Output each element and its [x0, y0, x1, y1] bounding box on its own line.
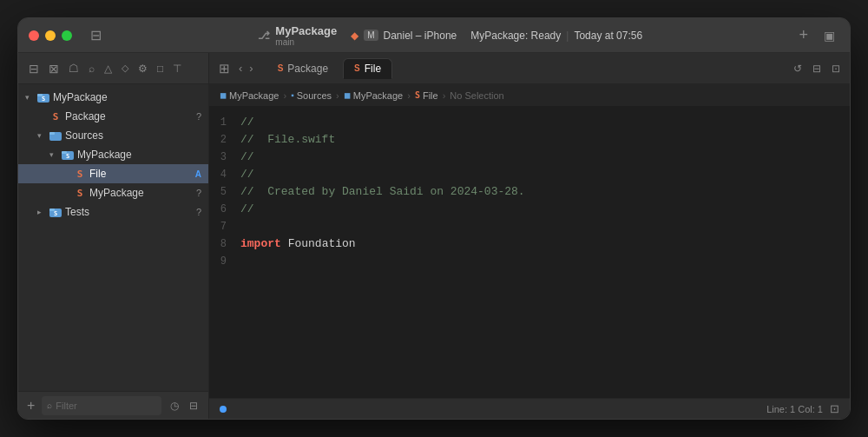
code-content-5: // Created by Daniel Saidi on 2024-03-28… — [240, 183, 525, 201]
tree-item-mypackage-sources[interactable]: ▾ S MyPackage — [18, 145, 208, 164]
tree-item-tests[interactable]: ▸ S Tests ? — [18, 202, 208, 222]
bc-file[interactable]: S File — [415, 90, 438, 101]
tests-folder-icon: S — [49, 205, 62, 219]
split-h-button[interactable]: ⊟ — [810, 61, 824, 76]
inner-swift-icon: S — [73, 186, 87, 200]
sidebar-add-button[interactable]: + — [25, 398, 36, 414]
bc-sources-label: Sources — [297, 90, 332, 101]
line-num-9: 9 — [209, 253, 240, 270]
status-bar: Line: 1 Col: 1 ⊡ — [209, 398, 850, 419]
code-content-2: // File.swift — [240, 131, 335, 149]
back-nav-button[interactable]: ‹ — [236, 60, 245, 76]
svg-rect-4 — [49, 132, 55, 135]
tree-label-mypackage-root: MyPackage — [53, 91, 201, 103]
layout-button[interactable]: ▣ — [819, 26, 839, 45]
main-layout: ⊟ ⊠ ☖ ⌕ △ ◇ ⚙ □ ⊤ ▾ — [18, 53, 850, 419]
bc-mypackage2[interactable]: ◼ MyPackage — [344, 90, 403, 101]
titlebar: ⊟ ⎇ MyPackage main ◆ M Daniel – iPhone M… — [18, 18, 850, 53]
bc-sources-icon: ▪ — [291, 90, 294, 100]
line-num-3: 3 — [209, 149, 240, 166]
tree-item-file[interactable]: S File A — [18, 164, 208, 183]
tree-label-mypackage-inner: MyPackage — [89, 187, 194, 199]
sidebar-tb-warning-icon[interactable]: △ — [101, 61, 115, 76]
add-button[interactable]: + — [794, 23, 812, 47]
tab-package[interactable]: S Package — [266, 58, 339, 79]
tree-item-sources[interactable]: ▾ Sources — [18, 126, 208, 145]
code-content-3: // — [240, 149, 254, 166]
tree-item-package[interactable]: S Package ? — [18, 107, 208, 126]
sidebar-tb-search-icon[interactable]: ⌕ — [85, 61, 98, 76]
footer-grid-icon[interactable]: ⊟ — [186, 398, 201, 414]
editor-tab-actions: ↺ ⊟ ⊡ — [791, 61, 843, 76]
branch-name: main — [275, 37, 337, 47]
line-num-5: 5 — [209, 183, 240, 201]
refresh-button[interactable]: ↺ — [791, 61, 805, 76]
editor-tabs-bar: ⊞ ‹ › S Package S File ↺ ⊟ ⊡ — [209, 53, 850, 84]
sidebar-tb-diamond-icon[interactable]: ◇ — [118, 61, 132, 76]
code-line-4: 4 // — [209, 166, 850, 183]
chevron-tests-icon: ▸ — [37, 208, 46, 216]
branch-info: ⎇ MyPackage main — [258, 24, 337, 47]
tree-item-mypackage-inner[interactable]: S MyPackage ? — [18, 183, 208, 202]
status-time: Today at 07:56 — [574, 30, 642, 42]
editor-mode-icon[interactable]: ⊡ — [830, 402, 839, 415]
file-tab-label: File — [365, 63, 381, 75]
titlebar-center: ⎇ MyPackage main ◆ M Daniel – iPhone MyP… — [113, 24, 787, 47]
file-a-badge: A — [195, 169, 201, 179]
sidebar-tb-bookmark-icon[interactable]: ☖ — [65, 60, 82, 76]
inner-badge: ? — [196, 188, 201, 198]
sidebar: ⊟ ⊠ ☖ ⌕ △ ◇ ⚙ □ ⊤ ▾ — [18, 53, 209, 419]
bc-file-label: File — [423, 90, 438, 101]
maximize-button[interactable] — [62, 30, 72, 41]
code-content-6: // — [240, 201, 254, 218]
minimize-button[interactable] — [45, 30, 56, 41]
bc-mypackage2-icon: ◼ — [344, 90, 351, 100]
svg-text:S: S — [66, 153, 69, 160]
package-tab-label: Package — [287, 63, 328, 75]
breadcrumb: ◼ MyPackage › ▪ Sources › ◼ MyPackage › … — [209, 84, 850, 107]
code-line-2: 2 // File.swift — [209, 131, 850, 149]
chevron-mypkg-icon: ▾ — [49, 150, 58, 159]
code-content-8: import Foundation — [240, 235, 356, 253]
bc-sep-1: › — [283, 90, 286, 101]
code-editor[interactable]: 1 // 2 // File.swift 3 // 4 // 5 // — [209, 107, 850, 398]
bc-mypackage-label: MyPackage — [229, 90, 279, 101]
sidebar-tb-x-icon[interactable]: ⊠ — [45, 60, 62, 77]
tree-label-package: Package — [65, 110, 194, 122]
bc-sep-4: › — [443, 90, 446, 101]
tree-item-mypackage-root[interactable]: ▾ S MyPackage — [18, 88, 208, 107]
code-content-1: // — [240, 114, 254, 131]
tab-file[interactable]: S File — [343, 58, 392, 79]
import-keyword: import — [240, 237, 281, 250]
code-line-3: 3 // — [209, 149, 850, 166]
line-num-2: 2 — [209, 131, 240, 149]
sidebar-tb-folder-icon[interactable]: ⊟ — [25, 60, 43, 77]
sidebar-tb-gear-icon[interactable]: ⚙ — [135, 61, 151, 76]
forward-nav-button[interactable]: › — [247, 60, 255, 76]
footer-clock-icon[interactable]: ◷ — [167, 398, 182, 414]
filter-input[interactable] — [56, 401, 156, 411]
branch-icon: ⎇ — [258, 30, 270, 42]
mypackage-folder-icon: S — [61, 148, 75, 162]
sidebar-tb-debug-icon[interactable]: ⊤ — [169, 61, 185, 76]
status-sep: | — [566, 30, 569, 42]
chevron-down-icon: ▾ — [25, 93, 34, 102]
code-line-6: 6 // — [209, 201, 850, 218]
split-v-button[interactable]: ⊡ — [829, 61, 843, 76]
tree-label-sources: Sources — [65, 129, 201, 142]
grid-view-button[interactable]: ⊞ — [216, 59, 233, 78]
sidebar-toggle-button[interactable]: ⊟ — [86, 24, 106, 46]
line-num-8: 8 — [209, 235, 240, 253]
bc-sources[interactable]: ▪ Sources — [291, 90, 332, 101]
tab-nav-buttons: ‹ › — [236, 60, 256, 76]
titlebar-actions: + ▣ — [794, 23, 839, 47]
package-badge: ? — [196, 111, 201, 122]
bc-mypackage[interactable]: ◼ MyPackage — [220, 90, 279, 101]
sidebar-footer: + ⌕ ◷ ⊟ — [18, 391, 208, 419]
file-tab-swift-icon: S — [354, 63, 360, 73]
status-dot — [220, 406, 227, 413]
sidebar-tree: ▾ S MyPackage S Package ? — [18, 84, 208, 391]
tree-label-file: File — [89, 168, 193, 180]
sidebar-tb-rect-icon[interactable]: □ — [154, 61, 167, 76]
close-button[interactable] — [29, 30, 39, 41]
